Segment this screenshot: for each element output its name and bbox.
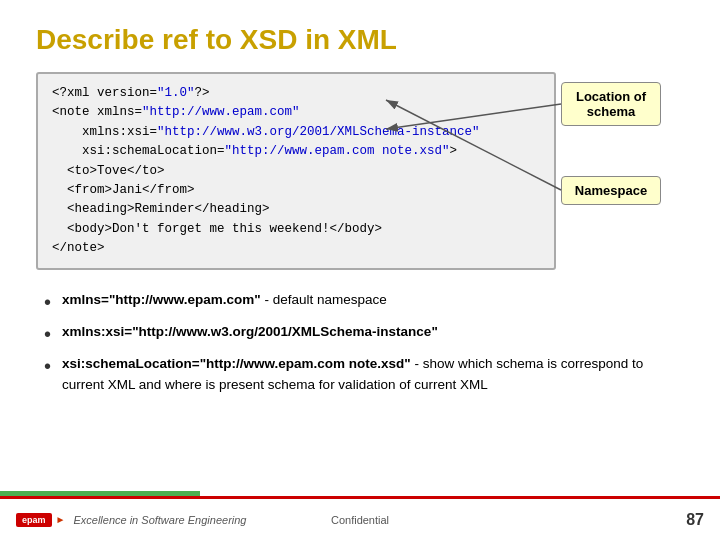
code-line-1: <?xml version="1.0"?> xyxy=(52,84,540,103)
footer-tagline: Excellence in Software Engineering xyxy=(73,514,246,526)
bullet-item-1: • xmlns="http://www.epam.com" - default … xyxy=(44,290,684,314)
bullet-dot-1: • xyxy=(44,290,62,314)
code-line-6: <from>Jani</from> xyxy=(52,181,540,200)
epam-logo: epam xyxy=(16,513,52,527)
epam-logo-box: epam ► xyxy=(16,513,65,527)
slide: Describe ref to XSD in XML <?xml version… xyxy=(0,0,720,540)
footer-confidential: Confidential xyxy=(331,514,389,526)
code-line-7: <heading>Reminder</heading> xyxy=(52,200,540,219)
bullet-text-3: xsi:schemaLocation="http://www.epam.com … xyxy=(62,354,684,395)
callout-namespace: Namespace xyxy=(561,176,661,205)
footer-logo-area: epam ► Excellence in Software Engineerin… xyxy=(16,513,246,527)
bullet-dot-3: • xyxy=(44,354,62,378)
code-line-8: <body>Don't forget me this weekend!</bod… xyxy=(52,220,540,239)
bullet-item-2: • xmlns:xsi="http://www.w3.org/2001/XMLS… xyxy=(44,322,684,346)
code-line-4: xsi:schemaLocation="http://www.epam.com … xyxy=(52,142,540,161)
code-line-9: </note> xyxy=(52,239,540,258)
footer-page-number: 87 xyxy=(686,511,704,529)
code-block: <?xml version="1.0"?> <note xmlns="http:… xyxy=(36,72,556,270)
footer: epam ► Excellence in Software Engineerin… xyxy=(0,496,720,540)
bullets-section: • xmlns="http://www.epam.com" - default … xyxy=(36,290,684,395)
code-line-2: <note xmlns="http://www.epam.com" xyxy=(52,103,540,122)
bullet-dot-2: • xyxy=(44,322,62,346)
bullet-text-1: xmlns="http://www.epam.com" - default na… xyxy=(62,290,387,310)
callout-location: Location ofschema xyxy=(561,82,661,126)
code-line-5: <to>Tove</to> xyxy=(52,162,540,181)
code-line-3: xmlns:xsi="http://www.w3.org/2001/XMLSch… xyxy=(52,123,540,142)
bullet-text-2: xmlns:xsi="http://www.w3.org/2001/XMLSch… xyxy=(62,322,438,342)
slide-title: Describe ref to XSD in XML xyxy=(36,24,684,56)
bullet-item-3: • xsi:schemaLocation="http://www.epam.co… xyxy=(44,354,684,395)
